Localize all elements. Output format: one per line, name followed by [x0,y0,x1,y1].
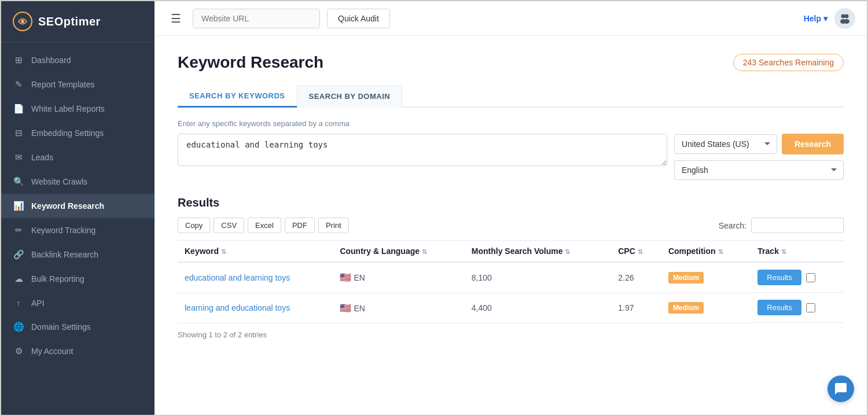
domain-settings-icon: 🌐 [13,322,24,332]
column-header-country---language[interactable]: Country & Language⇅ [333,241,464,263]
row-1-track: Results [751,293,844,323]
sidebar-item-leads[interactable]: ✉Leads [1,145,155,170]
my-account-icon: ⚙ [13,346,24,356]
sort-icon-5: ⇅ [781,248,786,256]
language-select[interactable]: EnglishFrenchGermanSpanish [674,160,844,180]
logo-text: SEOptimer [38,15,101,28]
keyword-link-0[interactable]: educational and learning toys [185,273,290,282]
sort-icon-2: ⇅ [565,248,570,256]
dashboard-icon: ⊞ [13,55,24,65]
keyword-textarea[interactable] [178,134,667,166]
sidebar-item-my-account[interactable]: ⚙My Account [1,339,155,363]
export-pdf-button[interactable]: PDF [285,218,315,233]
country-select[interactable]: United States (US)United Kingdom (GB)Aus… [674,134,777,154]
results-title: Results [178,196,844,209]
table-row: learning and educational toys🇺🇸EN4,4001.… [178,293,844,323]
svg-point-2 [841,14,845,18]
white-label-reports-icon: 📄 [13,104,24,114]
column-header-cpc[interactable]: CPC⇅ [611,241,661,263]
table-head: Keyword⇅Country & Language⇅Monthly Searc… [178,241,844,263]
tab-search-by-domain[interactable]: SEARCH BY DOMAIN [297,86,403,108]
sidebar-item-keyword-tracking[interactable]: ✏Keyword Tracking [1,218,155,242]
sidebar-item-keyword-research[interactable]: 📊Keyword Research [1,194,155,218]
sidebar-item-embedding-settings[interactable]: ⊟Embedding Settings [1,121,155,145]
column-header-monthly-search-volume[interactable]: Monthly Search Volume⇅ [465,241,611,263]
sort-icon-3: ⇅ [638,248,643,256]
results-button-1[interactable]: Results [757,300,801,315]
svg-point-5 [844,19,849,24]
sidebar-item-dashboard[interactable]: ⊞Dashboard [1,48,155,72]
research-button[interactable]: Research [782,134,844,154]
tabs-row: SEARCH BY KEYWORDSSEARCH BY DOMAIN [178,86,844,108]
logo-icon [13,12,32,31]
row-0-competition: Medium [661,262,751,293]
sort-icon-1: ⇅ [422,248,427,256]
track-checkbox-0[interactable] [806,273,815,282]
competition-badge-0: Medium [668,272,704,284]
help-button[interactable]: Help ▾ [804,14,827,23]
competition-badge-1: Medium [668,302,704,314]
export-excel-button[interactable]: Excel [248,218,281,233]
sidebar-label-backlink-research: Backlink Research [31,250,98,259]
sidebar-item-api[interactable]: ↑API [1,291,155,315]
results-toolbar: CopyCSVExcelPDFPrint Search: [178,218,844,233]
sidebar-item-backlink-research[interactable]: 🔗Backlink Research [1,242,155,267]
leads-icon: ✉ [13,152,24,163]
sidebar-label-embedding-settings: Embedding Settings [31,128,104,138]
keyword-research-icon: 📊 [13,201,24,211]
table-search-input[interactable] [751,218,844,233]
keyword-tracking-icon: ✏ [13,225,24,235]
sidebar-label-api: API [31,299,45,308]
sidebar-item-bulk-reporting[interactable]: ☁Bulk Reporting [1,267,155,291]
keyword-form-label: Enter any specific keywords separated by… [178,119,844,128]
results-button-0[interactable]: Results [757,270,801,285]
track-checkbox-1[interactable] [806,303,815,312]
keyword-input-row: United States (US)United Kingdom (GB)Aus… [178,134,844,180]
sidebar-nav: ⊞Dashboard✎Report Templates📄White Label … [1,42,155,415]
sidebar-label-report-templates: Report Templates [31,80,94,89]
sort-icon-4: ⇅ [718,248,723,256]
svg-point-3 [845,14,849,18]
main-wrapper: ☰ Quick Audit Help ▾ Keyword Research 24… [155,1,867,415]
sidebar-label-domain-settings: Domain Settings [31,322,91,332]
chevron-down-icon: ▾ [823,14,827,23]
backlink-research-icon: 🔗 [13,249,24,260]
language-code-0: EN [354,273,365,282]
showing-text: Showing 1 to 2 of 2 entries [178,330,844,339]
row-0-keyword: educational and learning toys [178,262,333,293]
sidebar-item-white-label-reports[interactable]: 📄White Label Reports [1,97,155,121]
export-print-button[interactable]: Print [318,218,349,233]
sidebar-label-my-account: My Account [31,347,73,356]
export-csv-button[interactable]: CSV [214,218,244,233]
table-body: educational and learning toys🇺🇸EN8,1002.… [178,262,844,323]
sidebar-item-report-templates[interactable]: ✎Report Templates [1,72,155,97]
website-url-input[interactable] [193,9,320,28]
sidebar-item-domain-settings[interactable]: 🌐Domain Settings [1,315,155,339]
row-0-cpc: 2.26 [611,262,661,293]
search-label: Search: [719,221,746,230]
embedding-settings-icon: ⊟ [13,128,24,138]
column-header-competition[interactable]: Competition⇅ [661,241,751,263]
page-header: Keyword Research 243 Searches Remaining [178,53,844,72]
row-0-monthly-search-volume: 8,100 [465,262,611,293]
results-table: Keyword⇅Country & Language⇅Monthly Searc… [178,240,844,323]
row-0-country-language: 🇺🇸EN [333,262,464,293]
table-header-row: Keyword⇅Country & Language⇅Monthly Searc… [178,241,844,263]
tab-search-by-keywords[interactable]: SEARCH BY KEYWORDS [178,86,297,108]
export-buttons-group: CopyCSVExcelPDFPrint [178,218,349,233]
sidebar-label-dashboard: Dashboard [31,56,71,65]
sidebar: SEOptimer ⊞Dashboard✎Report Templates📄Wh… [1,1,155,415]
language-code-1: EN [354,304,365,313]
sidebar-label-leads: Leads [31,153,53,162]
flag-icon-1: 🇺🇸 [340,303,351,313]
export-copy-button[interactable]: Copy [178,218,210,233]
column-header-track[interactable]: Track⇅ [751,241,844,263]
keyword-link-1[interactable]: learning and educational toys [185,303,290,312]
sidebar-label-white-label-reports: White Label Reports [31,104,105,113]
hamburger-menu-icon[interactable]: ☰ [166,9,186,28]
quick-audit-button[interactable]: Quick Audit [327,9,390,28]
column-header-keyword[interactable]: Keyword⇅ [178,241,333,263]
sidebar-item-website-crawls[interactable]: 🔍Website Crawls [1,170,155,194]
user-avatar[interactable] [834,8,855,29]
chat-widget[interactable] [827,375,854,402]
